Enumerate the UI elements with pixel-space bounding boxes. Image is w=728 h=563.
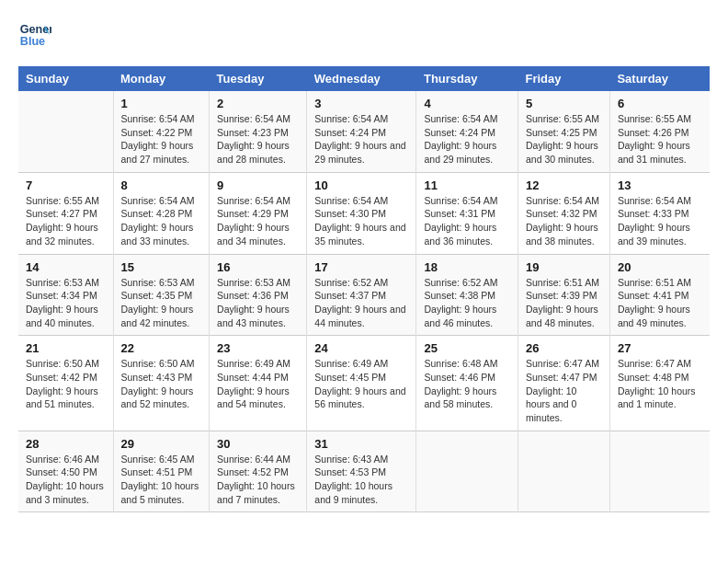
day-number: 5 [526,97,602,110]
day-number: 28 [26,437,106,451]
day-info: Sunrise: 6:53 AMSunset: 4:34 PMDaylight:… [26,276,106,330]
day-info: Sunrise: 6:50 AMSunset: 4:42 PMDaylight:… [26,357,106,411]
calendar-cell: 8Sunrise: 6:54 AMSunset: 4:28 PMDaylight… [113,172,210,254]
day-info: Sunrise: 6:54 AMSunset: 4:23 PMDaylight:… [217,112,299,167]
calendar-cell: 22Sunrise: 6:50 AMSunset: 4:43 PMDayligh… [113,336,210,431]
column-header-friday: Friday [518,66,609,91]
week-row-4: 21Sunrise: 6:50 AMSunset: 4:42 PMDayligh… [18,336,710,431]
calendar-cell: 13Sunrise: 6:54 AMSunset: 4:33 PMDayligh… [609,172,710,254]
logo: General Blue [18,18,55,52]
calendar-cell: 18Sunrise: 6:52 AMSunset: 4:38 PMDayligh… [416,254,518,336]
day-number: 7 [26,178,106,192]
calendar-cell: 9Sunrise: 6:54 AMSunset: 4:29 PMDaylight… [210,172,307,254]
day-number: 27 [618,341,702,355]
day-info: Sunrise: 6:53 AMSunset: 4:36 PMDaylight:… [217,276,299,330]
calendar-cell: 20Sunrise: 6:51 AMSunset: 4:41 PMDayligh… [609,254,710,336]
calendar-cell [416,431,518,512]
day-number: 16 [217,260,299,274]
day-info: Sunrise: 6:53 AMSunset: 4:35 PMDaylight:… [121,276,202,330]
calendar-header: SundayMondayTuesdayWednesdayThursdayFrid… [18,66,710,91]
calendar-cell: 5Sunrise: 6:55 AMSunset: 4:25 PMDaylight… [518,91,609,172]
day-number: 20 [618,260,702,274]
calendar-cell: 28Sunrise: 6:46 AMSunset: 4:50 PMDayligh… [18,431,113,512]
calendar-cell: 15Sunrise: 6:53 AMSunset: 4:35 PMDayligh… [113,254,210,336]
calendar-cell: 10Sunrise: 6:54 AMSunset: 4:30 PMDayligh… [307,172,416,254]
day-number: 17 [314,260,408,274]
day-info: Sunrise: 6:46 AMSunset: 4:50 PMDaylight:… [26,453,106,507]
calendar-cell: 4Sunrise: 6:54 AMSunset: 4:24 PMDaylight… [416,91,518,172]
day-info: Sunrise: 6:54 AMSunset: 4:31 PMDaylight:… [424,194,510,248]
calendar-cell: 19Sunrise: 6:51 AMSunset: 4:39 PMDayligh… [518,254,609,336]
calendar-cell [18,91,113,172]
calendar-cell: 12Sunrise: 6:54 AMSunset: 4:32 PMDayligh… [518,172,609,254]
day-info: Sunrise: 6:55 AMSunset: 4:27 PMDaylight:… [26,194,106,248]
day-number: 6 [618,97,702,110]
day-info: Sunrise: 6:54 AMSunset: 4:29 PMDaylight:… [217,194,299,248]
day-info: Sunrise: 6:54 AMSunset: 4:30 PMDaylight:… [314,194,408,248]
day-info: Sunrise: 6:54 AMSunset: 4:28 PMDaylight:… [121,194,202,248]
calendar-body: 1Sunrise: 6:54 AMSunset: 4:22 PMDaylight… [18,91,710,512]
page-header: General Blue [18,18,710,52]
logo-icon: General Blue [18,18,51,52]
column-header-tuesday: Tuesday [210,66,307,91]
day-number: 13 [618,178,702,192]
calendar-cell: 17Sunrise: 6:52 AMSunset: 4:37 PMDayligh… [307,254,416,336]
calendar-cell: 25Sunrise: 6:48 AMSunset: 4:46 PMDayligh… [416,336,518,431]
calendar-cell: 3Sunrise: 6:54 AMSunset: 4:24 PMDaylight… [307,91,416,172]
calendar-cell: 7Sunrise: 6:55 AMSunset: 4:27 PMDaylight… [18,172,113,254]
day-info: Sunrise: 6:49 AMSunset: 4:44 PMDaylight:… [217,357,299,411]
day-number: 2 [217,97,299,110]
day-number: 10 [314,178,408,192]
day-number: 24 [314,341,408,355]
column-header-wednesday: Wednesday [307,66,416,91]
day-number: 22 [121,341,202,355]
day-number: 21 [26,341,106,355]
day-number: 26 [526,341,602,355]
day-number: 9 [217,178,299,192]
day-number: 15 [121,260,202,274]
day-number: 14 [26,260,106,274]
calendar-cell: 21Sunrise: 6:50 AMSunset: 4:42 PMDayligh… [18,336,113,431]
day-info: Sunrise: 6:47 AMSunset: 4:48 PMDaylight:… [618,357,702,411]
column-header-thursday: Thursday [416,66,518,91]
day-info: Sunrise: 6:52 AMSunset: 4:38 PMDaylight:… [424,276,510,330]
calendar-cell: 24Sunrise: 6:49 AMSunset: 4:45 PMDayligh… [307,336,416,431]
day-info: Sunrise: 6:54 AMSunset: 4:33 PMDaylight:… [618,194,702,248]
day-number: 3 [314,97,408,110]
calendar-cell: 29Sunrise: 6:45 AMSunset: 4:51 PMDayligh… [113,431,210,512]
day-info: Sunrise: 6:54 AMSunset: 4:22 PMDaylight:… [121,112,202,167]
day-info: Sunrise: 6:49 AMSunset: 4:45 PMDaylight:… [314,357,408,411]
column-header-sunday: Sunday [18,66,113,91]
calendar-cell: 31Sunrise: 6:43 AMSunset: 4:53 PMDayligh… [307,431,416,512]
day-info: Sunrise: 6:55 AMSunset: 4:25 PMDaylight:… [526,112,602,167]
column-header-saturday: Saturday [609,66,710,91]
calendar-cell: 27Sunrise: 6:47 AMSunset: 4:48 PMDayligh… [609,336,710,431]
calendar-cell [609,431,710,512]
column-header-monday: Monday [113,66,210,91]
day-number: 12 [526,178,602,192]
day-info: Sunrise: 6:47 AMSunset: 4:47 PMDaylight:… [526,357,602,424]
calendar-cell: 16Sunrise: 6:53 AMSunset: 4:36 PMDayligh… [210,254,307,336]
day-number: 23 [217,341,299,355]
calendar-cell: 1Sunrise: 6:54 AMSunset: 4:22 PMDaylight… [113,91,210,172]
day-number: 8 [121,178,202,192]
calendar-cell: 2Sunrise: 6:54 AMSunset: 4:23 PMDaylight… [210,91,307,172]
day-info: Sunrise: 6:50 AMSunset: 4:43 PMDaylight:… [121,357,202,411]
day-number: 11 [424,178,510,192]
day-number: 25 [424,341,510,355]
week-row-3: 14Sunrise: 6:53 AMSunset: 4:34 PMDayligh… [18,254,710,336]
calendar-cell [518,431,609,512]
day-info: Sunrise: 6:48 AMSunset: 4:46 PMDaylight:… [424,357,510,411]
day-number: 29 [121,437,202,451]
calendar-cell: 11Sunrise: 6:54 AMSunset: 4:31 PMDayligh… [416,172,518,254]
day-number: 30 [217,437,299,451]
header-row: SundayMondayTuesdayWednesdayThursdayFrid… [18,66,710,91]
week-row-5: 28Sunrise: 6:46 AMSunset: 4:50 PMDayligh… [18,431,710,512]
calendar-cell: 23Sunrise: 6:49 AMSunset: 4:44 PMDayligh… [210,336,307,431]
day-number: 31 [314,437,408,451]
day-number: 18 [424,260,510,274]
day-number: 19 [526,260,602,274]
day-number: 4 [424,97,510,110]
day-info: Sunrise: 6:51 AMSunset: 4:39 PMDaylight:… [526,276,602,330]
day-info: Sunrise: 6:43 AMSunset: 4:53 PMDaylight:… [314,453,408,507]
